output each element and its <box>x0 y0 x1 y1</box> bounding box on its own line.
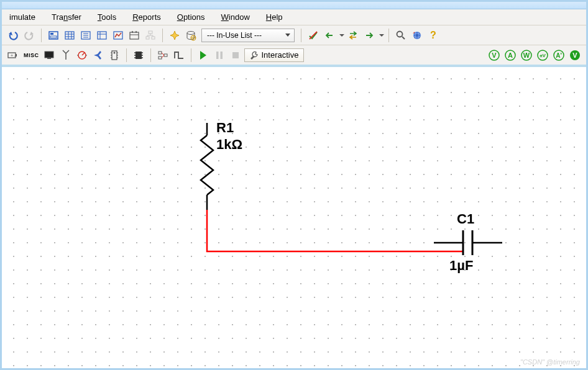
menu-options[interactable]: Options <box>175 12 208 22</box>
svg-text:A': A' <box>556 52 562 59</box>
svg-line-31 <box>310 32 317 39</box>
svg-text:?: ? <box>430 30 436 40</box>
parent-sheet-button[interactable] <box>143 28 158 43</box>
svg-rect-20 <box>149 31 152 34</box>
question-icon: ? <box>428 30 439 41</box>
svg-rect-16 <box>130 32 139 39</box>
svg-rect-70 <box>216 52 219 59</box>
redo-button[interactable] <box>22 28 37 43</box>
redo-icon <box>24 30 35 41</box>
erc-button[interactable] <box>306 28 321 43</box>
place-misc-button[interactable]: MISC <box>22 48 41 63</box>
probe-diff-button[interactable]: ±V <box>535 48 550 63</box>
menu-transfer[interactable]: Transfer <box>49 12 84 22</box>
chart-icon <box>113 30 124 41</box>
database-button[interactable] <box>183 28 198 43</box>
c1-value-label[interactable]: 1µF <box>449 258 473 274</box>
probe-diff-icon: ±V <box>536 49 549 61</box>
toolbar-row-1: --- In-Use List --- ? <box>2 25 586 45</box>
internet-button[interactable] <box>410 28 425 43</box>
probe-w-button[interactable]: W <box>519 48 534 63</box>
menu-reports[interactable]: Reports <box>130 12 163 22</box>
dropdown-arrow-icon[interactable] <box>379 34 384 37</box>
menu-window[interactable]: Window <box>219 12 252 22</box>
svg-rect-66 <box>158 56 162 59</box>
probe-d-icon: V <box>569 49 581 61</box>
svg-text:+ -: + - <box>11 53 16 58</box>
probe-ref-icon: A' <box>553 49 565 61</box>
place-power-button[interactable] <box>91 48 106 63</box>
menu-simulate[interactable]: imulate <box>7 12 38 22</box>
svg-line-33 <box>402 37 405 39</box>
c1-name-label[interactable]: C1 <box>457 211 474 227</box>
in-use-list-label: --- In-Use List --- <box>207 31 262 40</box>
place-junction-button[interactable] <box>172 48 186 63</box>
svg-rect-2 <box>50 36 57 38</box>
r1-value-label[interactable]: 1kΩ <box>216 137 242 153</box>
chevron-down-icon <box>285 34 290 37</box>
hierarchy-icon <box>145 30 156 41</box>
svg-rect-58 <box>136 52 142 59</box>
toolbar-row-2: + - MISC <box>2 45 586 65</box>
place-hierarchical-button[interactable] <box>131 48 146 63</box>
schematic-canvas[interactable]: R1 1kΩ C1 1µF "CSDN" @timerring <box>2 65 586 368</box>
dropdown-arrow-icon[interactable] <box>339 34 344 37</box>
arrow-swap-icon <box>347 30 359 41</box>
probe-d-button[interactable]: V <box>567 48 582 63</box>
back-annotate-button[interactable] <box>322 28 337 43</box>
go-button[interactable] <box>362 28 377 43</box>
probe-v-button[interactable]: V <box>487 48 502 63</box>
place-source-button[interactable]: + - <box>6 48 21 63</box>
simulation-mode-dropdown[interactable]: Interactive <box>244 48 305 62</box>
play-icon <box>199 50 208 60</box>
svg-rect-67 <box>164 54 167 56</box>
watermark: "CSDN" @timerring <box>520 358 580 366</box>
pause-button[interactable] <box>212 48 227 63</box>
menu-help[interactable]: Help <box>264 12 285 22</box>
find-button[interactable] <box>393 28 408 43</box>
monitor-icon <box>44 51 55 60</box>
svg-text:±V: ±V <box>540 53 546 58</box>
title-bar <box>2 2 586 9</box>
component-r1[interactable] <box>201 123 213 210</box>
place-analog-button[interactable] <box>42 48 57 63</box>
place-mcu-button[interactable] <box>107 48 122 63</box>
wire-r1-c1[interactable] <box>207 210 463 251</box>
run-button[interactable] <box>196 48 211 63</box>
in-use-list-dropdown[interactable]: --- In-Use List --- <box>201 29 295 42</box>
svg-point-32 <box>397 31 403 37</box>
pause-icon <box>215 50 224 60</box>
grapher-button[interactable] <box>111 28 126 43</box>
probe-a-button[interactable]: A <box>503 48 518 63</box>
probe-ref-button[interactable]: A' <box>551 48 566 63</box>
svg-line-68 <box>162 53 164 55</box>
spreadsheet-view-button[interactable] <box>62 28 77 43</box>
place-bus-button[interactable] <box>155 48 170 63</box>
svg-line-44 <box>63 50 66 53</box>
help-button[interactable]: ? <box>426 28 441 43</box>
svg-rect-21 <box>146 37 149 39</box>
place-indicator-button[interactable] <box>75 48 90 63</box>
panel-icon <box>48 30 59 41</box>
check-slash-icon <box>308 30 319 41</box>
svg-rect-1 <box>50 33 53 35</box>
place-antenna-button[interactable] <box>58 48 73 63</box>
undo-button[interactable] <box>6 28 21 43</box>
nets-button[interactable] <box>78 28 93 43</box>
postprocessor-button[interactable] <box>127 28 142 43</box>
svg-text:V: V <box>492 52 497 59</box>
forward-annotate-button[interactable] <box>346 28 361 43</box>
menu-bar: imulate Transfer Tools Reports Options W… <box>2 9 586 25</box>
bus-icon <box>157 50 168 61</box>
r1-name-label[interactable]: R1 <box>216 120 234 136</box>
svg-line-69 <box>162 55 164 58</box>
plane-icon <box>93 50 104 61</box>
simulate-button[interactable] <box>94 28 109 43</box>
menu-tools[interactable]: Tools <box>95 12 119 22</box>
component-wizard-button[interactable] <box>167 28 182 43</box>
form-icon <box>80 30 91 41</box>
svg-rect-22 <box>152 37 155 39</box>
meter-icon <box>76 50 88 61</box>
stop-button[interactable] <box>228 48 243 63</box>
design-toolbox-button[interactable] <box>46 28 61 43</box>
